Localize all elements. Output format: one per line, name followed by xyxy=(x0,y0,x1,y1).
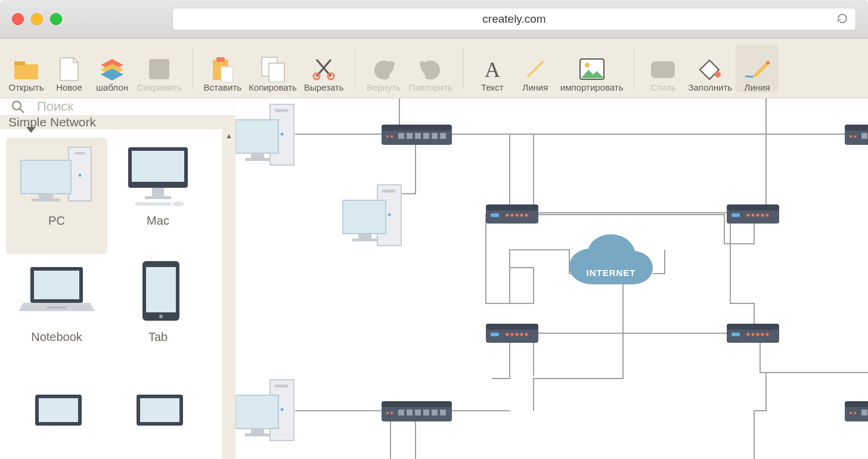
svg-text:INTERNET: INTERNET xyxy=(587,268,636,278)
dropdown-caret-icon[interactable] xyxy=(26,127,36,133)
svg-rect-6 xyxy=(221,67,233,82)
open-button[interactable]: Открыть xyxy=(5,45,48,92)
refresh-icon[interactable] xyxy=(836,13,848,27)
shape-tab[interactable]: Tab xyxy=(107,254,209,370)
address-url: creately.com xyxy=(482,13,545,26)
copy-button[interactable]: Копировать xyxy=(245,45,300,92)
image-icon xyxy=(579,56,605,82)
svg-rect-2 xyxy=(154,60,164,67)
node-pc-2 xyxy=(343,185,401,246)
folder-icon xyxy=(13,56,39,82)
svg-rect-3 xyxy=(153,70,165,79)
svg-rect-5 xyxy=(216,57,225,62)
save-button[interactable]: Сохранить xyxy=(134,45,185,92)
diagram-canvas[interactable]: INTERNET xyxy=(235,98,868,459)
svg-rect-22 xyxy=(21,160,71,194)
node-router-3 xyxy=(486,324,538,343)
svg-text:A: A xyxy=(485,58,500,80)
svg-rect-29 xyxy=(135,202,171,206)
zoom-window-icon[interactable] xyxy=(50,13,62,25)
svg-rect-27 xyxy=(152,188,164,196)
node-pc-3 xyxy=(235,380,294,441)
shapes-grid: PC Mac xyxy=(0,129,235,459)
svg-point-21 xyxy=(79,174,82,177)
fill-icon xyxy=(697,56,723,82)
node-cloud: INTERNET xyxy=(569,234,653,284)
node-pc-1 xyxy=(235,104,294,165)
svg-point-17 xyxy=(13,101,21,110)
paste-icon xyxy=(209,56,235,82)
svg-rect-35 xyxy=(146,267,176,312)
style-button[interactable]: Стиль xyxy=(641,45,684,92)
device-icon xyxy=(15,375,98,441)
node-switch-edge-1 xyxy=(845,125,868,145)
shapes-panel: Simple Network xyxy=(0,98,235,459)
tablet-icon xyxy=(116,259,200,324)
svg-point-30 xyxy=(172,201,184,206)
shape-pc[interactable]: PC xyxy=(6,138,107,254)
pc-icon xyxy=(15,142,98,208)
template-icon xyxy=(99,56,125,82)
traffic-lights xyxy=(12,13,62,25)
undo-icon xyxy=(371,56,397,82)
node-switch-2 xyxy=(382,401,452,421)
style-icon xyxy=(650,56,676,82)
template-button[interactable]: шаблон xyxy=(91,45,134,92)
search-row xyxy=(0,98,235,115)
svg-point-14 xyxy=(585,63,590,67)
import-button[interactable]: импортировать xyxy=(557,45,627,92)
cut-button[interactable]: Вырезать xyxy=(300,45,348,92)
toolbar: Открыть Новое шаблон Сохранить Вставить … xyxy=(0,39,868,98)
svg-line-18 xyxy=(20,108,24,113)
svg-point-16 xyxy=(715,72,721,77)
mac-icon xyxy=(116,142,200,208)
svg-rect-38 xyxy=(39,398,78,422)
svg-rect-24 xyxy=(32,199,60,201)
diagram-svg: INTERNET xyxy=(235,98,868,459)
svg-rect-23 xyxy=(39,194,53,199)
shapes-scrollbar[interactable]: ▲ xyxy=(222,129,235,459)
shape-extra-2[interactable] xyxy=(107,370,209,459)
svg-rect-20 xyxy=(75,152,85,154)
search-icon[interactable] xyxy=(0,99,36,114)
notebook-icon xyxy=(15,259,98,324)
line-icon xyxy=(522,56,548,82)
search-input[interactable] xyxy=(36,98,235,115)
node-switch-1 xyxy=(382,125,452,145)
fill-button[interactable]: Заполнить xyxy=(684,45,736,92)
pencil-line-icon xyxy=(744,56,770,82)
browser-chrome: creately.com xyxy=(0,0,868,39)
undo-button[interactable]: Вернуть xyxy=(362,45,405,92)
line-tool-button[interactable]: Линия xyxy=(514,45,557,92)
text-icon: A xyxy=(479,56,506,82)
svg-rect-40 xyxy=(140,398,179,422)
device-icon xyxy=(116,375,200,441)
line-style-button[interactable]: Линия xyxy=(736,45,779,92)
node-router-1 xyxy=(486,204,538,224)
node-switch-edge-2 xyxy=(845,401,868,421)
close-window-icon[interactable] xyxy=(12,13,24,25)
node-router-4 xyxy=(727,324,779,343)
node-router-2 xyxy=(727,204,779,224)
address-bar[interactable]: creately.com xyxy=(172,8,856,30)
save-icon xyxy=(146,56,172,82)
minimize-window-icon[interactable] xyxy=(31,13,43,25)
redo-button[interactable]: Повторить xyxy=(405,45,456,92)
scroll-up-icon[interactable]: ▲ xyxy=(222,129,235,142)
new-button[interactable]: Новое xyxy=(48,45,91,92)
paste-button[interactable]: Вставить xyxy=(200,45,246,92)
svg-rect-0 xyxy=(14,61,25,66)
new-file-icon xyxy=(56,56,82,82)
svg-rect-32 xyxy=(34,271,79,299)
copy-icon xyxy=(260,56,286,82)
svg-line-12 xyxy=(528,61,543,77)
svg-rect-33 xyxy=(47,306,66,309)
cut-icon xyxy=(311,56,337,82)
redo-icon xyxy=(417,56,444,82)
shape-notebook[interactable]: Notebook xyxy=(6,254,107,370)
shape-extra-1[interactable] xyxy=(6,370,107,459)
svg-point-36 xyxy=(159,315,163,318)
svg-rect-8 xyxy=(269,63,284,82)
shape-mac[interactable]: Mac xyxy=(107,138,209,254)
text-tool-button[interactable]: A Текст xyxy=(471,45,514,92)
